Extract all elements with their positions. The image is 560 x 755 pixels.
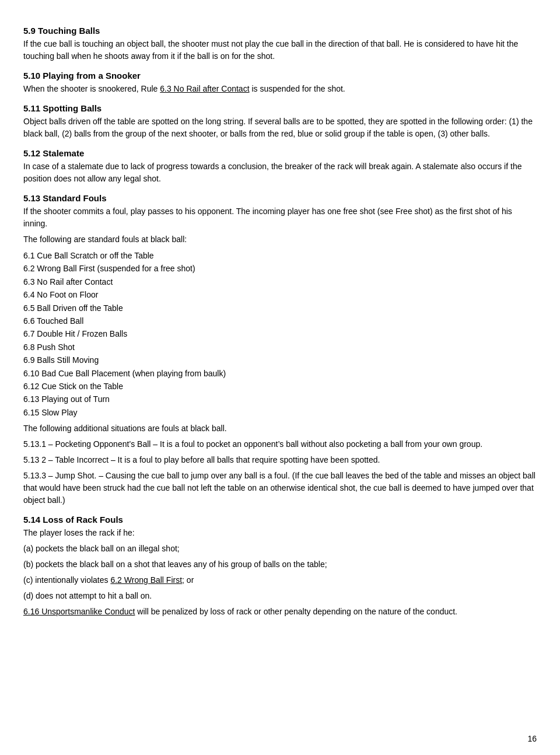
section-5-12-para-1: In case of a stalemate due to lack of pr… (23, 160, 537, 185)
section-5-13-list: 6.1 Cue Ball Scratch or off the Table 6.… (23, 249, 537, 419)
list-item-6-2: 6.2 Wrong Ball First (suspended for a fr… (23, 262, 537, 275)
list-item-6-9: 6.9 Balls Still Moving (23, 354, 537, 366)
section-5-9-title: 5.9 Touching Balls (23, 26, 537, 36)
list-item-6-3: 6.3 No Rail after Contact (23, 275, 537, 288)
section-5-13-title: 5.13 Standard Fouls (23, 193, 537, 203)
link-6-2-wrong-ball: 6.2 Wrong Ball First (110, 575, 182, 585)
section-5-14: 5.14 Loss of Rack Fouls The player loses… (23, 515, 537, 618)
list-item-6-5: 6.5 Ball Driven off the Table (23, 302, 537, 314)
section-5-11-title: 5.11 Spotting Balls (23, 103, 537, 113)
list-item-6-4: 6.4 No Foot on Floor (23, 288, 537, 301)
list-item-6-8: 6.8 Push Shot (23, 341, 537, 354)
section-5-10-title: 5.10 Playing from a Snooker (23, 71, 537, 81)
section-5-11-para-1: Object balls driven off the table are sp… (23, 116, 537, 140)
section-5-9-para-1: If the cue ball is touching an object ba… (23, 38, 537, 62)
section-5-12-title: 5.12 Stalemate (23, 148, 537, 158)
section-5-14-b: (b) pockets the black ball on a shot tha… (23, 558, 537, 571)
section-5-14-c: (c) intentionally violates 6.2 Wrong Bal… (23, 574, 537, 586)
link-6-3-snooker: 6.3 No Rail after Contact (160, 84, 249, 93)
section-5-14-d: (d) does not attempt to hit a ball on. (23, 590, 537, 602)
section-5-14-title: 5.14 Loss of Rack Fouls (23, 515, 537, 525)
list-item-6-1: 6.1 Cue Ball Scratch or off the Table (23, 249, 537, 262)
page-number: 16 (527, 734, 537, 743)
section-5-11: 5.11 Spotting Balls Object balls driven … (23, 103, 537, 140)
section-5-12: 5.12 Stalemate In case of a stalemate du… (23, 148, 537, 185)
list-item-6-15: 6.15 Slow Play (23, 406, 537, 419)
section-5-13-1: 5.13.1 – Pocketing Opponent’s Ball – It … (23, 438, 537, 450)
section-5-14-conduct: 6.16 Unsportsmanlike Conduct will be pen… (23, 606, 537, 618)
page-container: 5.9 Touching Balls If the cue ball is to… (0, 0, 560, 656)
list-item-6-13: 6.13 Playing out of Turn (23, 393, 537, 406)
section-5-13-3: 5.13.3 – Jump Shot. – Causing the cue ba… (23, 470, 537, 506)
section-5-13-2: 5.13 2 – Table Incorrect – It is a foul … (23, 454, 537, 466)
list-item-6-12: 6.12 Cue Stick on the Table (23, 380, 537, 393)
list-item-6-7: 6.7 Double Hit / Frozen Balls (23, 327, 537, 340)
section-5-14-a: (a) pockets the black ball on an illegal… (23, 543, 537, 555)
link-6-16-unsportsmanlike: 6.16 Unsportsmanlike Conduct (23, 607, 135, 616)
section-5-13: 5.13 Standard Fouls If the shooter commi… (23, 193, 537, 506)
section-5-13-para-2: The following are standard fouls at blac… (23, 233, 537, 246)
section-5-10: 5.10 Playing from a Snooker When the sho… (23, 71, 537, 95)
section-5-14-intro: The player loses the rack if he: (23, 527, 537, 539)
section-5-10-para-1: When the shooter is snookered, Rule 6.3 … (23, 83, 537, 95)
list-item-6-10: 6.10 Bad Cue Ball Placement (when playin… (23, 367, 537, 380)
section-5-13-para-1: If the shooter commits a foul, play pass… (23, 205, 537, 230)
section-5-9: 5.9 Touching Balls If the cue ball is to… (23, 26, 537, 62)
list-item-6-6: 6.6 Touched Ball (23, 314, 537, 327)
section-5-13-additional-intro: The following additional situations are … (23, 422, 537, 435)
